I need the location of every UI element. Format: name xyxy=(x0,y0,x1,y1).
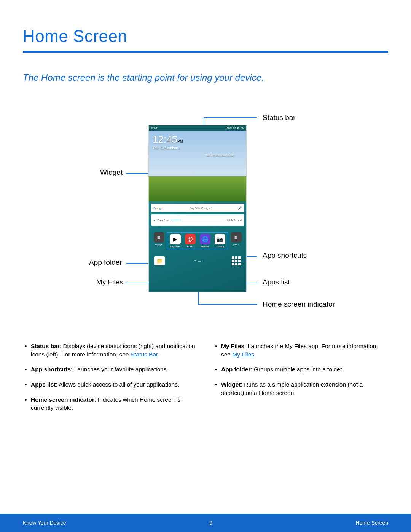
clock-widget: 12:45PM Thu, September 8 xyxy=(153,134,242,150)
diagram-area: Widget App folder My Files Status bar Ap… xyxy=(23,113,388,327)
google-logo: Google xyxy=(153,206,163,210)
app-email: @Email xyxy=(184,234,196,248)
device-lower: Google Say "Ok Google" 🎤 ● Data Plan 4.7… xyxy=(149,201,246,292)
desc-apps-list: Apps list: Allows quick access to all of… xyxy=(25,380,196,389)
title-rule xyxy=(23,51,388,53)
google-search-widget: Google Say "Ok Google" 🎤 xyxy=(151,204,244,212)
data-plan-label: Data Plan xyxy=(157,219,169,222)
desc-my-files: My Files: Launches the My Files app. For… xyxy=(215,342,386,358)
callout-my-files: My Files xyxy=(96,278,123,286)
callout-status-bar: Status bar xyxy=(263,113,296,122)
app-shortcuts-group: ▶Play Store @Email 🌐Internet 📷Camera xyxy=(167,232,228,249)
apps-list-icon xyxy=(232,256,241,265)
device-wallpaper-grass xyxy=(149,176,246,201)
mic-icon: 🎤 xyxy=(238,206,242,210)
page-subtitle: The Home screen is the starting point fo… xyxy=(23,72,388,83)
description-columns: Status bar: Displays device status icons… xyxy=(23,342,388,419)
my-files-icon: 📁 xyxy=(154,256,165,265)
link-status-bar[interactable]: Status Bar xyxy=(131,351,158,358)
callout-apps-list: Apps list xyxy=(263,278,290,286)
line-widget xyxy=(126,173,148,174)
line-status-bar-v xyxy=(204,117,204,126)
link-my-files[interactable]: My Files xyxy=(232,351,254,358)
app-row: ▦ Google ▶Play Store @Email 🌐Internet 📷C… xyxy=(152,230,243,251)
status-carrier: AT&T xyxy=(151,127,157,129)
line-status-bar-h xyxy=(204,117,257,118)
desc-app-folder: App folder: Groups multiple apps into a … xyxy=(215,365,386,374)
callout-app-folder: App folder xyxy=(89,258,122,267)
footer-left: Know Your Device xyxy=(23,520,66,526)
desc-home-indicator: Home screen indicator: Indicates which H… xyxy=(25,396,196,412)
line-apps-list xyxy=(247,283,257,283)
desc-app-shortcuts: App shortcuts: Launches your favorite ap… xyxy=(25,365,196,374)
desc-widget: Widget: Runs as a simple application ext… xyxy=(215,380,386,397)
data-plan-widget: ● Data Plan 4.7 MB used xyxy=(151,214,244,226)
page-title: Home Screen xyxy=(23,27,388,46)
status-right: 100% 12:45 PM xyxy=(225,127,244,129)
app-playstore: ▶Play Store xyxy=(169,234,182,248)
footer-right: Home Screen xyxy=(355,520,388,526)
description-left: Status bar: Displays device status icons… xyxy=(25,342,196,419)
callout-widget: Widget xyxy=(100,168,123,177)
app-internet: 🌐Internet xyxy=(199,234,211,248)
footer-page-number: 9 xyxy=(209,520,212,526)
app-camera: 📷Camera xyxy=(213,234,226,248)
device-bottom-row: 📁 ▭—· xyxy=(151,254,244,265)
device-wallpaper-sky: 12:45PM Thu, September 8 Tap here to add… xyxy=(149,131,246,176)
line-my-files xyxy=(126,283,148,283)
clock-suffix: PM xyxy=(177,139,183,144)
line-home-ind-h xyxy=(198,304,257,305)
data-plan-usage: 4.7 MB used xyxy=(227,219,242,222)
app-folder-att: ▦ AT&T xyxy=(231,232,242,249)
desc-status-bar: Status bar: Displays device status icons… xyxy=(25,342,196,358)
home-indicator-dots: ▭—· xyxy=(194,259,203,263)
clock-time: 12:45 xyxy=(153,134,177,145)
device-status-bar: AT&T 100% 12:45 PM xyxy=(149,125,246,131)
app-folder-google: ▦ Google xyxy=(153,232,164,249)
add-city-hint: Tap here to add a city xyxy=(206,153,235,157)
device-screenshot: AT&T 100% 12:45 PM 12:45PM Thu, Septembe… xyxy=(148,125,247,292)
google-hint: Say "Ok Google" xyxy=(189,206,212,210)
callout-home-indicator: Home screen indicator xyxy=(263,300,335,308)
callout-app-shortcuts: App shortcuts xyxy=(263,251,307,260)
description-right: My Files: Launches the My Files app. For… xyxy=(215,342,386,419)
clock-date: Thu, September 8 xyxy=(153,146,242,150)
line-app-folder xyxy=(126,263,148,264)
page-footer: Know Your Device 9 Home Screen xyxy=(0,514,411,532)
